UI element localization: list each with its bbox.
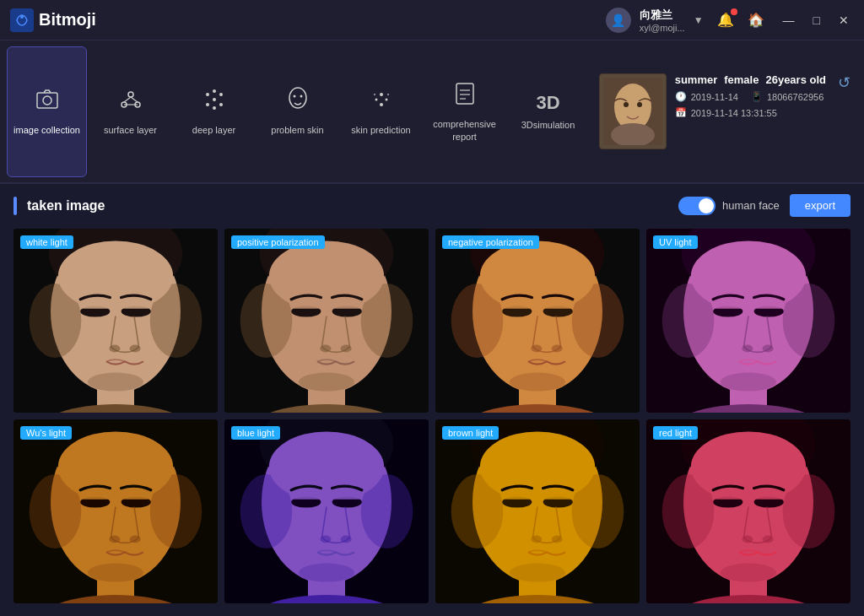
minimize-button[interactable]: —: [778, 12, 800, 29]
human-face-toggle[interactable]: [678, 197, 716, 215]
svg-point-18: [293, 95, 295, 98]
image-cell-wus-light[interactable]: Wu's light: [14, 419, 218, 603]
image-cell-uv-light[interactable]: UV light: [646, 229, 850, 413]
image-grid: white light: [14, 229, 850, 603]
svg-rect-2: [37, 93, 57, 108]
refresh-button[interactable]: ↺: [838, 73, 850, 92]
profile-info: summer female 26years old 🕐 2019-11-14 📱…: [675, 73, 826, 118]
svg-point-12: [219, 93, 223, 96]
dropdown-icon[interactable]: ▼: [694, 14, 704, 26]
image-face-red-light: [646, 419, 850, 603]
profile-name: summer: [675, 73, 718, 86]
calendar-icon: 📅: [675, 107, 687, 118]
section-title-accent: [14, 197, 17, 215]
svg-point-15: [213, 89, 216, 93]
profile-gender: female: [724, 73, 759, 86]
problem-skin-label: problem skin: [271, 124, 323, 136]
surface-layer-icon: [117, 86, 144, 119]
section-header: taken image human face export: [14, 194, 850, 217]
svg-point-62: [299, 373, 354, 392]
image-label-positive-polarization: positive polarization: [231, 235, 325, 249]
image-collection-label: image collection: [14, 124, 80, 136]
export-button[interactable]: export: [790, 194, 850, 217]
svg-point-24: [373, 94, 375, 95]
image-cell-negative-polarization[interactable]: negative polarization: [435, 229, 640, 413]
svg-point-104: [88, 564, 143, 582]
svg-point-132: [510, 564, 565, 582]
notif-badge: [731, 8, 737, 15]
image-face-positive-polarization: [224, 229, 429, 413]
image-label-brown-light: brown light: [442, 426, 499, 440]
svg-point-102: [109, 536, 120, 543]
image-cell-brown-light[interactable]: brown light: [435, 419, 640, 603]
svg-point-10: [213, 98, 216, 101]
svg-point-88: [742, 345, 753, 353]
image-cell-red-light[interactable]: red light: [646, 419, 850, 603]
svg-point-103: [130, 536, 141, 543]
navbar: image collection surface layer deep laye…: [0, 41, 864, 184]
nav-item-comprehensive-report[interactable]: comprehensive report: [424, 46, 505, 177]
svg-point-75: [552, 345, 563, 353]
home-icon[interactable]: 🏠: [748, 12, 764, 28]
svg-point-14: [219, 103, 223, 106]
svg-point-127: [480, 431, 595, 502]
toggle-knob: [699, 198, 714, 213]
svg-point-19: [300, 95, 302, 98]
avatar: 👤: [606, 8, 631, 33]
image-label-red-light: red light: [653, 426, 698, 440]
3dsimulation-label: 3Dsimulation: [521, 119, 575, 131]
svg-point-48: [88, 373, 143, 392]
nav-item-skin-prediction[interactable]: skin prediction: [341, 46, 421, 177]
nav-item-surface-layer[interactable]: surface layer: [90, 46, 170, 177]
svg-point-89: [763, 345, 774, 353]
comprehensive-report-label: comprehensive report: [429, 118, 500, 143]
notification-icon[interactable]: 🔔: [717, 12, 734, 28]
image-face-white-light: [14, 229, 218, 413]
svg-point-23: [380, 103, 383, 106]
deep-layer-label: deep layer: [192, 124, 235, 136]
window-controls: — □ ✕: [778, 12, 854, 29]
svg-point-131: [552, 536, 563, 543]
profile-age: 26years old: [765, 73, 826, 86]
svg-point-116: [320, 536, 331, 543]
profile-phone: 18066762956: [767, 92, 824, 102]
svg-point-71: [480, 240, 595, 311]
image-face-blue-light: [224, 419, 429, 603]
surface-layer-label: surface layer: [104, 124, 157, 136]
nav-item-deep-layer[interactable]: deep layer: [174, 46, 254, 177]
svg-point-113: [269, 431, 384, 502]
svg-line-7: [124, 97, 131, 102]
image-cell-positive-polarization[interactable]: positive polarization: [224, 229, 429, 413]
svg-point-43: [58, 240, 173, 311]
titlebar-icon-group: 🔔 🏠: [717, 12, 764, 28]
svg-point-118: [299, 564, 354, 582]
maximize-button[interactable]: □: [808, 12, 825, 29]
nav-item-problem-skin[interactable]: problem skin: [257, 46, 338, 177]
image-face-wus-light: [14, 419, 218, 603]
svg-point-46: [109, 345, 120, 353]
svg-point-25: [386, 94, 388, 95]
comprehensive-report-icon: [451, 80, 478, 113]
svg-rect-0: [10, 8, 34, 32]
svg-point-61: [341, 345, 352, 353]
close-button[interactable]: ✕: [834, 12, 854, 29]
profile-card: summer female 26years old 🕐 2019-11-14 📱…: [599, 73, 857, 149]
user-details: 向雅兰 xyl@moji...: [640, 8, 685, 33]
image-face-negative-polarization: [435, 229, 640, 413]
image-label-wus-light: Wu's light: [20, 426, 72, 440]
svg-point-21: [375, 99, 377, 101]
image-face-brown-light: [435, 419, 640, 603]
image-cell-white-light[interactable]: white light: [14, 229, 218, 413]
image-cell-blue-light[interactable]: blue light: [224, 419, 429, 603]
phone-icon: 📱: [751, 91, 763, 102]
nav-item-image-collection[interactable]: image collection: [7, 46, 87, 177]
toggle-row: human face: [678, 197, 780, 215]
titlebar: Bitmoji 👤 向雅兰 xyl@moji... ▼ 🔔 🏠 — □ ✕: [0, 0, 864, 41]
svg-point-117: [341, 536, 352, 543]
svg-point-13: [206, 103, 209, 106]
image-label-blue-light: blue light: [231, 426, 280, 440]
svg-point-141: [691, 431, 806, 502]
nav-item-3dsimulation[interactable]: 3D3Dsimulation: [508, 46, 588, 177]
svg-point-74: [531, 345, 542, 353]
svg-point-145: [763, 536, 774, 543]
